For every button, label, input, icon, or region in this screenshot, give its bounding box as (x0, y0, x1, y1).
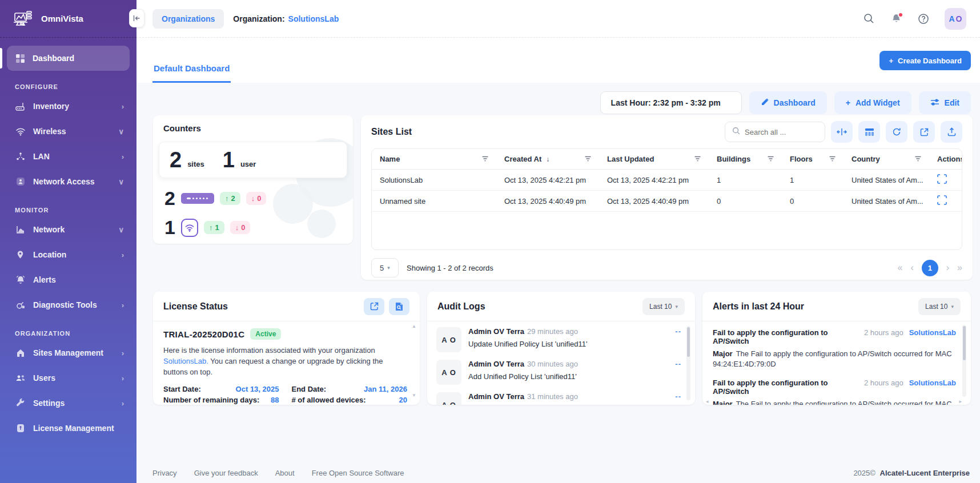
user-avatar[interactable]: A O (945, 8, 966, 30)
sidebar-item-sites-management[interactable]: Sites Management › (0, 340, 136, 365)
column-header-buildings[interactable]: Buildings (709, 155, 782, 163)
sidebar-item-network-access[interactable]: Network Access ∨ (0, 169, 136, 194)
filter-icon[interactable] (829, 155, 836, 163)
help-icon[interactable] (917, 13, 930, 25)
start-date-label: Start Date: (163, 385, 201, 393)
table-row[interactable]: Unnamed site Oct 13, 2025 4:40:49 pm Oct… (372, 191, 962, 212)
list-item[interactable]: A O Admin OV Terra31 minutes ago Add Uni… (436, 392, 681, 405)
sidebar-item-settings[interactable]: Settings › (0, 391, 136, 416)
scroll-up-icon[interactable]: ▲ (412, 324, 416, 329)
first-page-icon[interactable]: « (898, 263, 903, 273)
footer-link-privacy[interactable]: Privacy (152, 469, 177, 477)
alert-title-text: Fail to apply the configuration to AP/Sw… (713, 328, 861, 345)
filter-icon[interactable] (915, 155, 921, 163)
sidebar-item-location[interactable]: Location › (0, 242, 136, 267)
search-icon[interactable] (862, 13, 875, 25)
license-scrollbar[interactable]: ▲▼ (412, 324, 416, 398)
pager: « ‹ 1 › » (898, 260, 962, 276)
scrollbar-thumb[interactable] (963, 326, 966, 360)
expand-site-icon[interactable] (937, 195, 947, 207)
sites-search-input[interactable] (745, 128, 808, 136)
filter-icon[interactable] (482, 155, 488, 163)
audit-time: 30 minutes ago (527, 360, 578, 368)
prev-page-icon[interactable]: ‹ (910, 263, 913, 273)
current-page-button[interactable]: 1 (922, 260, 938, 276)
organizations-button[interactable]: Organizations (152, 9, 224, 29)
audit-more-icon[interactable]: -- (675, 327, 681, 352)
fit-columns-button[interactable] (831, 121, 853, 143)
audit-scrollbar[interactable] (686, 326, 690, 400)
wrench-icon (15, 399, 26, 408)
chevron-down-icon: ∨ (118, 226, 124, 234)
list-item[interactable]: Fail to apply the configuration to AP/Sw… (713, 328, 956, 369)
scrollbar-thumb[interactable] (687, 327, 690, 357)
sidebar-item-alerts[interactable]: Alerts (0, 267, 136, 292)
notifications-bell-icon[interactable] (890, 13, 902, 25)
sidebar-item-inventory[interactable]: Inventory › (0, 94, 136, 119)
footer-link-foss[interactable]: Free Open Source Software (312, 469, 404, 477)
columns-settings-button[interactable] (858, 121, 880, 143)
alerts-horizontal-scrollbar[interactable]: ◂▸ (706, 399, 962, 404)
audit-more-icon[interactable]: -- (675, 360, 681, 385)
column-header-created-at[interactable]: Created At↓ (496, 155, 599, 163)
footer-link-feedback[interactable]: Give your feedback (194, 469, 258, 477)
table-row[interactable]: SolutionsLab Oct 13, 2025 4:42:21 pm Oct… (372, 170, 962, 191)
license-open-external-button[interactable] (364, 298, 384, 315)
filter-icon[interactable] (768, 155, 774, 163)
alert-severity: Major (713, 349, 733, 358)
audit-last10-dropdown[interactable]: Last 10▾ (642, 298, 685, 315)
footer-link-about[interactable]: About (275, 469, 295, 477)
page-size-select[interactable]: 5▾ (371, 258, 399, 277)
alert-site-link[interactable]: SolutionsLab (903, 328, 956, 337)
sidebar-item-license-management[interactable]: License Management (0, 416, 136, 441)
column-header-last-updated[interactable]: Last Updated (599, 155, 709, 163)
next-page-icon[interactable]: › (946, 263, 949, 273)
users-count-label: user (240, 160, 256, 168)
dashboard-view-button[interactable]: Dashboard (749, 91, 827, 114)
create-dashboard-button[interactable]: + Create Dashboard (879, 51, 971, 70)
column-header-name[interactable]: Name (372, 155, 496, 163)
last-page-icon[interactable]: » (957, 263, 962, 273)
license-id: TRIAL-202520D01C (163, 329, 244, 339)
export-upload-button[interactable] (941, 121, 962, 143)
sidebar-collapse-button[interactable] (129, 9, 144, 27)
audit-title: Audit Logs (437, 301, 485, 312)
sidebar-item-wireless[interactable]: Wireless ∨ (0, 119, 136, 144)
sidebar-item-lan[interactable]: LAN › (0, 144, 136, 169)
dashboard-header: Default Dashboard + Create Dashboard (136, 38, 980, 83)
audit-more-icon[interactable]: -- (675, 392, 681, 405)
license-document-search-button[interactable] (389, 298, 409, 315)
sidebar-item-network[interactable]: Network ∨ (0, 217, 136, 242)
alert-site-link[interactable]: SolutionsLab (903, 379, 956, 387)
alerts-scrollbar[interactable] (962, 325, 966, 397)
topbar-actions: A O (862, 8, 966, 30)
router-icon (15, 102, 26, 111)
sites-count-label: sites (187, 160, 204, 168)
list-item[interactable]: A O Admin OV Terra29 minutes ago Update … (436, 327, 681, 352)
sidebar-item-users[interactable]: Users › (0, 365, 136, 391)
tab-default-dashboard[interactable]: Default Dashboard (152, 63, 231, 83)
aps-up-badge: ↑1 (204, 221, 224, 234)
column-header-country[interactable]: Country (844, 155, 929, 163)
sidebar-item-label: Network (33, 225, 111, 234)
scroll-left-icon[interactable]: ◂ (706, 399, 709, 404)
add-widget-button[interactable]: + Add Widget (834, 91, 911, 114)
audit-user: Admin OV Terra (468, 392, 524, 401)
edit-button[interactable]: Edit (919, 91, 971, 114)
sidebar-item-diagnostic-tools[interactable]: Diagnostic Tools › (0, 292, 136, 317)
organization-name-link[interactable]: SolutionsLab (288, 14, 339, 23)
alerts-last10-dropdown[interactable]: Last 10▾ (918, 298, 961, 315)
list-item[interactable]: A O Admin OV Terra30 minutes ago Add Uni… (436, 360, 681, 385)
scroll-right-icon[interactable]: ▸ (959, 399, 962, 404)
refresh-button[interactable] (886, 121, 907, 143)
time-range-input[interactable] (600, 91, 742, 114)
organization-link[interactable]: SolutionsLab. (163, 357, 208, 365)
scroll-down-icon[interactable]: ▼ (412, 393, 416, 398)
expand-site-icon[interactable] (937, 174, 947, 186)
open-external-button[interactable] (913, 121, 935, 143)
column-header-floors[interactable]: Floors (782, 155, 844, 163)
alert-title-text: Fail to apply the configuration to AP/Sw… (713, 379, 861, 396)
filter-icon[interactable] (585, 155, 591, 163)
sidebar-item-dashboard[interactable]: Dashboard (7, 46, 130, 71)
filter-icon[interactable] (694, 155, 701, 163)
